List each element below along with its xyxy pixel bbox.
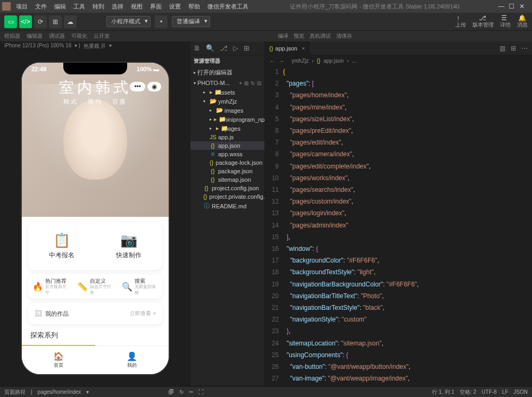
search-tab-icon[interactable]: 🔍: [206, 44, 214, 52]
file-app.json[interactable]: {}app.json: [190, 141, 264, 150]
file-ymhZjz[interactable]: ▾📂ymhZjz: [190, 97, 264, 106]
menu-转到[interactable]: 转到: [89, 2, 107, 12]
menu-编辑[interactable]: 编辑: [51, 2, 69, 12]
indent-setting[interactable]: 空格: 2: [460, 388, 476, 396]
simulator-panel: iPhone 12/13 (Pro) 100% 16 ▾ | 热重载 开 ▾ 2…: [0, 41, 190, 397]
phone-simulator[interactable]: 22:48 100% ▬ 室内韩式 韩式 · 简约 · 百搭 ••• ◉ 📋中考…: [21, 62, 170, 375]
editor-toggle-icon[interactable]: </>: [19, 15, 32, 28]
toolbar-上传[interactable]: ↑上传: [455, 14, 466, 29]
menu-工具[interactable]: 工具: [70, 2, 88, 12]
phone-time: 22:48: [31, 66, 46, 72]
action-真机调试[interactable]: 真机调试: [310, 32, 331, 40]
file-package-lock.json[interactable]: {}package-lock.json: [190, 158, 264, 167]
debug-tab-icon[interactable]: ▷: [233, 44, 238, 52]
hero-subtitle: 韩式 · 简约 · 百搭: [22, 98, 169, 106]
mode-action-icon[interactable]: •: [155, 15, 168, 28]
explorer-tab-icon[interactable]: 🗎: [194, 44, 201, 52]
close-tab-icon[interactable]: ×: [302, 45, 305, 52]
phone-tabbar: 🏠首页 👤我的: [22, 345, 169, 374]
capsule-close-icon[interactable]: ◉: [147, 82, 161, 91]
reload-sim-icon[interactable]: ↻: [179, 389, 184, 395]
quick-搜索[interactable]: 🔍搜索无限复刻美丽: [118, 278, 162, 295]
ext-tab-icon[interactable]: ⊞: [244, 44, 250, 52]
toolbar-版本管理[interactable]: ⎇版本管理: [472, 14, 494, 29]
refresh-icon[interactable]: ↻: [251, 80, 255, 86]
copy-icon[interactable]: 🗐: [169, 389, 174, 395]
new-file-icon[interactable]: +: [239, 80, 242, 86]
toolbar-消息[interactable]: 🔔消息: [517, 14, 528, 29]
file-README.md[interactable]: ⓘREADME.md: [190, 201, 264, 211]
nav-fwd-icon[interactable]: →: [279, 58, 284, 64]
hot-reload-label[interactable]: 热重载 开: [84, 43, 106, 50]
file-miniprogram_npm[interactable]: ▸▸ 📁miniprogram_npm: [190, 115, 264, 124]
capsule-menu-icon[interactable]: •••: [130, 82, 145, 91]
quick-自定义[interactable]: 📏自定义自选尺寸打造: [73, 278, 118, 295]
new-folder-icon[interactable]: ⊞: [244, 80, 248, 86]
project-section[interactable]: ▾PHOTO-M... +⊞↻⊟: [190, 78, 264, 88]
menu-文件[interactable]: 文件: [32, 2, 50, 12]
toolbar: ▭ </> ⟳ ⊞ ☁ 小程序模式 • 普通编译 ↑上传⎇版本管理☰详情🔔消息: [0, 13, 532, 31]
my-works-card[interactable]: 🖼 我的作品 立即查看 >: [28, 303, 162, 324]
code-editor: {} app.json × ▥ ⊞ ⋯ ←→ ymhZjz › {}app.js…: [265, 41, 532, 397]
more-icon[interactable]: ⋯: [521, 45, 528, 52]
action-quick-make[interactable]: 📷快速制作: [95, 222, 162, 270]
format-icon[interactable]: ⊞: [511, 45, 516, 52]
action-预览[interactable]: 预览: [294, 32, 304, 40]
file-assets[interactable]: ▸▸ 📁assets: [190, 88, 264, 97]
mode-select[interactable]: 小程序模式: [106, 16, 151, 27]
cloud-toggle-icon[interactable]: ☁: [64, 15, 77, 28]
file-package.json[interactable]: {}package.json: [190, 167, 264, 175]
menu-帮助[interactable]: 帮助: [185, 2, 203, 12]
menu-选择[interactable]: 选择: [109, 2, 127, 12]
file-app.js[interactable]: JSapp.js: [190, 133, 264, 141]
open-editors-section[interactable]: ▸打开的编辑器: [190, 67, 264, 78]
close-button[interactable]: ✕: [519, 3, 526, 10]
quick-热门推荐[interactable]: 🔥热门推荐官方推荐尺寸: [28, 278, 73, 295]
visual-toggle-icon[interactable]: ⊞: [49, 15, 62, 28]
eol[interactable]: LF: [502, 389, 509, 395]
explore-heading: 探索系列: [30, 331, 58, 340]
encoding[interactable]: UTF-8: [481, 389, 496, 395]
menu-视图[interactable]: 视图: [128, 2, 146, 12]
compile-select[interactable]: 普通编译: [172, 16, 210, 27]
menu-界面[interactable]: 界面: [147, 2, 165, 12]
minimize-button[interactable]: —: [498, 3, 504, 10]
git-tab-icon[interactable]: ⎇: [220, 44, 228, 52]
menu-微信开发者工具[interactable]: 微信开发者工具: [204, 2, 252, 12]
file-project.private.config.js...[interactable]: {}project.private.config.js...: [190, 192, 264, 201]
maximize-button[interactable]: ☐: [509, 3, 515, 10]
file-app.wxss[interactable]: #app.wxss: [190, 150, 264, 158]
sub-toolbar: 模拟器编辑器调试器可视化云开发 编译预览真机调试清缓存: [0, 31, 532, 41]
page-path[interactable]: pages/home/index: [38, 389, 81, 395]
simulator-toggle-icon[interactable]: ▭: [4, 15, 17, 28]
file-tree: ▸▸ 📁assets▾📂ymhZjz▸📂images▸▸ 📁miniprogra…: [190, 88, 264, 385]
cursor-position[interactable]: 行 1, 列 1: [432, 388, 454, 396]
action-编译[interactable]: 编译: [278, 32, 288, 40]
file-explorer: 🗎 🔍 ⎇ ▷ ⊞ 资源管理器 ▸打开的编辑器 ▾PHOTO-M... +⊞↻⊟…: [190, 41, 265, 397]
cut-icon[interactable]: ✂: [189, 389, 193, 395]
toolbar-label: 可视化: [71, 33, 87, 39]
file-project.config.json[interactable]: {}project.config.json: [190, 184, 264, 192]
editor-tab-appjson[interactable]: {} app.json ×: [265, 41, 310, 55]
code-area[interactable]: 1234567891011121314151617181920212223242…: [265, 66, 532, 397]
action-exam-signup[interactable]: 📋中考报名: [28, 222, 95, 270]
file-images[interactable]: ▸📂images: [190, 106, 264, 115]
image-icon: 🖼: [35, 309, 42, 318]
toolbar-详情[interactable]: ☰详情: [500, 14, 511, 29]
nav-back-icon[interactable]: ←: [269, 58, 275, 64]
collapse-icon[interactable]: ⊟: [257, 80, 261, 86]
menu-设置[interactable]: 设置: [166, 2, 184, 12]
device-label[interactable]: iPhone 12/13 (Pro) 100% 16: [4, 43, 71, 50]
action-清缓存[interactable]: 清缓存: [336, 32, 352, 40]
fullscreen-icon[interactable]: ⛶: [198, 389, 204, 395]
toolbar-label: 模拟器: [4, 33, 20, 39]
language-mode[interactable]: JSON: [513, 389, 528, 395]
breadcrumb: ←→ ymhZjz › {}app.json › ...: [265, 55, 532, 66]
split-editor-icon[interactable]: ▥: [500, 45, 505, 52]
tab-home[interactable]: 🏠首页: [22, 346, 95, 374]
file-pages[interactable]: ▸▸ 📁pages: [190, 124, 264, 133]
debugger-toggle-icon[interactable]: ⟳: [34, 15, 47, 28]
file-sitemap.json[interactable]: {}sitemap.json: [190, 175, 264, 184]
tab-mine[interactable]: 👤我的: [95, 346, 169, 374]
menu-项目[interactable]: 项目: [13, 2, 31, 12]
